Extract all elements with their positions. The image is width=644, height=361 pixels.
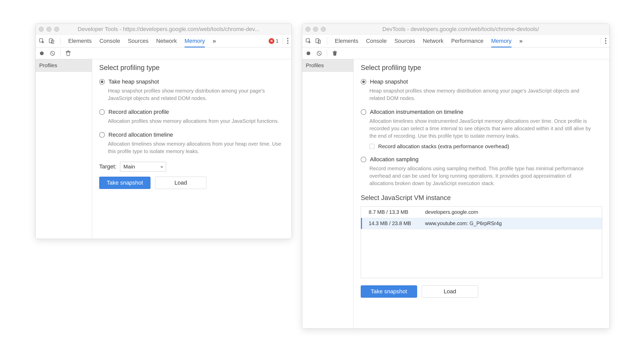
vm-empty-space — [361, 229, 602, 278]
target-label: Target: — [99, 163, 116, 170]
tab-strip: Elements Console Sources Network Memory … — [68, 35, 216, 47]
option-allocation-sampling[interactable]: Allocation sampling — [361, 156, 602, 163]
titlebar: DevTools - developers.google.com/web/too… — [302, 24, 609, 35]
inspect-element-icon[interactable] — [305, 38, 311, 44]
vm-name: developers.google.com — [422, 209, 602, 215]
option-allocation-timeline[interactable]: Record allocation timeline — [99, 132, 284, 138]
radio-icon[interactable] — [361, 157, 366, 162]
window-title: DevTools - developers.google.com/web/too… — [333, 26, 606, 33]
toggle-device-toolbar-icon[interactable] — [315, 38, 321, 44]
svg-rect-8 — [316, 39, 319, 43]
error-count: 1 — [276, 38, 279, 44]
vm-size: 14.3 MB / 23.8 MB — [361, 220, 422, 226]
separator — [601, 38, 601, 44]
inspect-element-icon[interactable] — [39, 38, 45, 44]
option-heap-snapshot[interactable]: Heap snapshot — [361, 78, 602, 85]
titlebar: Developer Tools - https://developers.goo… — [36, 24, 291, 35]
profiling-heading: Select profiling type — [361, 64, 602, 72]
clear-icon[interactable] — [316, 50, 322, 56]
sidebar-item-profiles[interactable]: Profiles — [302, 59, 353, 72]
svg-point-10 — [307, 51, 310, 55]
more-options-icon[interactable] — [287, 38, 288, 44]
option-description: Allocation profiles show memory allocati… — [108, 117, 284, 125]
vm-instance-heading: Select JavaScript VM instance — [361, 194, 602, 202]
radio-icon[interactable] — [361, 79, 366, 85]
delete-icon[interactable] — [332, 50, 338, 56]
minimize-icon[interactable] — [313, 27, 318, 32]
tab-network[interactable]: Network — [423, 35, 444, 47]
record-icon[interactable] — [39, 50, 45, 56]
separator — [60, 37, 61, 45]
record-icon[interactable] — [305, 50, 311, 56]
take-snapshot-button[interactable]: Take snapshot — [361, 285, 417, 298]
tabs-overflow-icon[interactable]: » — [213, 37, 216, 45]
devtools-window-right: DevTools - developers.google.com/web/too… — [302, 24, 610, 329]
option-description: Allocation timelines show memory allocat… — [108, 140, 284, 155]
sidebar-item-profiles[interactable]: Profiles — [36, 59, 92, 72]
svg-rect-12 — [333, 51, 337, 52]
svg-rect-6 — [67, 51, 69, 51]
load-button[interactable]: Load — [155, 177, 206, 189]
tab-elements[interactable]: Elements — [335, 35, 358, 47]
checkbox-label: Record allocation stacks (extra performa… — [378, 143, 509, 149]
close-icon[interactable] — [39, 27, 44, 32]
devtools-tabbar: Elements Console Sources Network Perform… — [302, 35, 609, 47]
vm-name: www.youtube.com: G_P6rpRSr4g — [422, 220, 602, 226]
tab-network[interactable]: Network — [156, 35, 177, 47]
option-allocation-profile[interactable]: Record allocation profile — [99, 109, 284, 115]
target-select-value: Main — [123, 164, 135, 169]
option-description: Allocation timelines show instrumented J… — [369, 117, 595, 140]
vm-instance-row[interactable]: 8.7 MB / 13.3 MB developers.google.com — [361, 207, 602, 218]
option-heap-snapshot[interactable]: Take heap snapshot — [99, 78, 284, 85]
radio-icon[interactable] — [99, 79, 105, 85]
clear-icon[interactable] — [49, 50, 56, 56]
zoom-icon[interactable] — [54, 27, 59, 32]
devtools-tabbar: Elements Console Sources Network Memory … — [36, 35, 291, 47]
main-panel: Select profiling type Heap snapshot Heap… — [354, 59, 609, 328]
more-options-icon[interactable] — [605, 38, 606, 44]
target-select[interactable]: Main — [120, 162, 166, 172]
tabs-overflow-icon[interactable]: » — [519, 37, 522, 45]
option-allocation-timeline[interactable]: Allocation instrumentation on timeline — [361, 109, 602, 115]
vm-size: 8.7 MB / 13.3 MB — [361, 209, 422, 215]
checkbox-icon[interactable] — [369, 144, 375, 149]
tab-elements[interactable]: Elements — [68, 35, 92, 47]
main-panel: Select profiling type Take heap snapshot… — [92, 59, 291, 239]
zoom-icon[interactable] — [321, 27, 326, 32]
tab-sources[interactable]: Sources — [128, 35, 148, 47]
error-count-badge[interactable]: ✕ 1 — [269, 38, 279, 44]
separator — [327, 50, 327, 57]
tab-sources[interactable]: Sources — [394, 35, 415, 47]
option-description: Heap snapshot profiles show memory distr… — [108, 87, 284, 102]
devtools-window-left: Developer Tools - https://developers.goo… — [35, 24, 292, 239]
toggle-device-toolbar-icon[interactable] — [48, 38, 55, 44]
profiling-heading: Select profiling type — [99, 64, 284, 72]
minimize-icon[interactable] — [46, 27, 52, 32]
profiler-toolbar — [302, 47, 609, 59]
delete-icon[interactable] — [65, 50, 71, 56]
radio-icon[interactable] — [99, 109, 105, 115]
tab-console[interactable]: Console — [366, 35, 387, 47]
load-button[interactable]: Load — [422, 285, 478, 298]
separator — [283, 38, 283, 44]
svg-rect-1 — [49, 39, 52, 43]
tab-memory[interactable]: Memory — [185, 35, 205, 47]
option-label: Record allocation profile — [108, 109, 169, 115]
radio-icon[interactable] — [99, 132, 105, 138]
tab-memory[interactable]: Memory — [491, 35, 511, 47]
close-icon[interactable] — [305, 27, 310, 32]
tab-performance[interactable]: Performance — [451, 35, 484, 47]
radio-icon[interactable] — [361, 109, 366, 115]
option-label: Record allocation timeline — [108, 132, 173, 138]
error-icon: ✕ — [269, 38, 274, 44]
option-description: Record memory allocations using sampling… — [369, 165, 595, 187]
sidebar: Profiles — [36, 59, 92, 239]
option-label: Take heap snapshot — [108, 78, 159, 85]
tab-console[interactable]: Console — [99, 35, 120, 47]
take-snapshot-button[interactable]: Take snapshot — [99, 177, 150, 189]
option-description: Heap snapshot profiles show memory distr… — [369, 87, 595, 102]
vm-instance-row[interactable]: 14.3 MB / 23.8 MB www.youtube.com: G_P6r… — [361, 218, 602, 229]
record-allocation-stacks-checkbox[interactable]: Record allocation stacks (extra performa… — [369, 143, 602, 149]
svg-point-3 — [40, 51, 44, 55]
option-label: Heap snapshot — [370, 78, 408, 85]
